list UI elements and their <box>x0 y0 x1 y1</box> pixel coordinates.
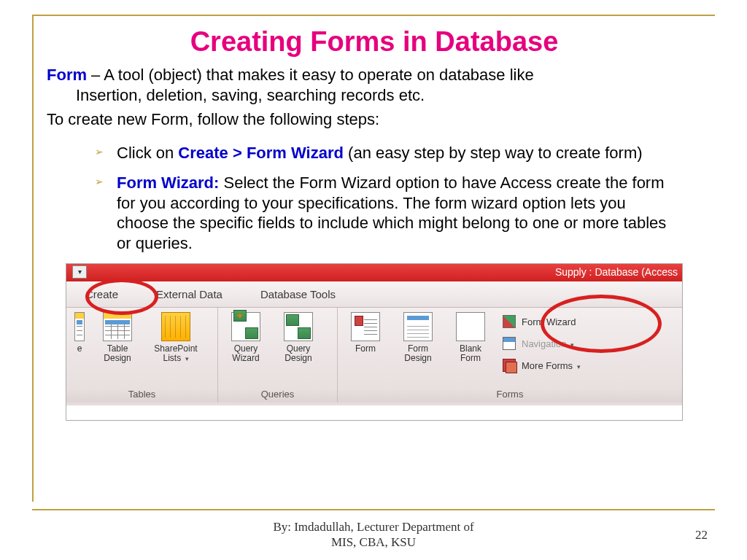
query-wizard-button[interactable]: Query Wizard <box>224 312 268 363</box>
table-icon <box>74 312 85 341</box>
table-design-icon <box>103 312 132 341</box>
form-wizard-button[interactable]: Form Wizard <box>503 314 608 330</box>
query-design-button[interactable]: Query Design <box>276 312 320 363</box>
query-design-label: Query Design <box>276 344 320 363</box>
navigation-icon <box>503 337 516 350</box>
ribbon-group-tables: e Table Design SharePoint Lists ▾ Tables <box>66 308 218 402</box>
tab-external-data[interactable]: External Data <box>137 281 241 308</box>
term-form: Form <box>47 66 87 84</box>
slide-footer: By: Imdadullah, Lecturer Department of M… <box>0 520 747 550</box>
table-design-button[interactable]: Table Design <box>96 312 139 363</box>
definition-paragraph: Form – A tool (object) that makes it eas… <box>47 65 702 105</box>
partial-button[interactable]: e <box>72 312 87 363</box>
instruction-intro: To create new Form, follow the following… <box>47 109 702 130</box>
form-label: Form <box>355 344 376 354</box>
more-forms-icon <box>503 359 516 372</box>
query-design-icon <box>284 312 313 341</box>
navigation-label: Navigation ▾ <box>522 338 574 349</box>
ribbon-tabstrip: Create External Data Database Tools <box>66 281 682 308</box>
group-label-forms: Forms <box>338 389 682 402</box>
table-design-label: Table Design <box>96 344 139 363</box>
group-label-tables: Tables <box>66 389 217 402</box>
page-number: 22 <box>695 528 708 542</box>
sharepoint-lists-button[interactable]: SharePoint Lists ▾ <box>148 312 204 363</box>
quick-access-dropdown-icon[interactable]: ▾ <box>72 265 87 279</box>
forms-side-commands: Form Wizard Navigation ▾ More Forms ▾ <box>498 308 615 373</box>
group-label-queries: Queries <box>218 389 337 402</box>
list-item: Form Wizard: Select the Form Wizard opti… <box>98 173 680 253</box>
chevron-down-icon: ▾ <box>570 341 574 349</box>
form-wizard-icon <box>503 315 516 328</box>
sharepoint-icon <box>161 312 190 341</box>
body-text: Form – A tool (object) that makes it eas… <box>34 65 715 253</box>
form-icon <box>351 312 380 341</box>
page-title: Creating Forms in Database <box>34 26 715 58</box>
form-design-icon <box>403 312 433 341</box>
form-wizard-label: Form Wizard <box>522 316 576 327</box>
bullet1-post: (an easy step by step way to create form… <box>344 144 643 162</box>
chevron-down-icon: ▾ <box>577 363 581 370</box>
ribbon-screenshot: ▾ Supply : Database (Access Create Exter… <box>66 263 683 421</box>
navigation-button[interactable]: Navigation ▾ <box>503 335 608 351</box>
query-wizard-icon <box>231 312 260 341</box>
window-titlebar: ▾ Supply : Database (Access <box>66 264 682 281</box>
bullet2-term: Form Wizard: <box>117 174 219 192</box>
list-item: Click on Create > Form Wizard (an easy s… <box>98 143 680 163</box>
ribbon-body: e Table Design SharePoint Lists ▾ Tables <box>66 308 682 405</box>
definition-text-1: – A tool (object) that makes it easy to … <box>87 66 534 84</box>
definition-text-2: Insertion, deletion, saving, searching r… <box>47 85 702 106</box>
bullet1-menu-path: Create > Form Wizard <box>178 144 344 162</box>
blank-form-icon <box>456 312 485 341</box>
query-wizard-label: Query Wizard <box>224 344 268 363</box>
footer-line-1: By: Imdadullah, Lecturer Department of <box>0 520 747 534</box>
bullet-list: Click on Create > Form Wizard (an easy s… <box>47 143 702 254</box>
form-design-label: Form Design <box>396 344 440 363</box>
ribbon-group-queries: Query Wizard Query Design Queries <box>218 308 338 402</box>
bullet1-pre: Click on <box>117 144 178 162</box>
more-forms-label: More Forms ▾ <box>522 360 581 371</box>
form-design-button[interactable]: Form Design <box>396 312 440 373</box>
footer-line-2: MIS, CBA, KSU <box>0 535 747 550</box>
tab-create[interactable]: Create <box>66 281 137 308</box>
form-button[interactable]: Form <box>344 312 387 373</box>
footer-rule <box>32 509 715 510</box>
slide-frame: Creating Forms in Database Form – A tool… <box>32 15 715 502</box>
partial-label: e <box>77 344 82 354</box>
ribbon-group-forms: Form Form Design Blank Form <box>338 308 682 402</box>
tab-database-tools[interactable]: Database Tools <box>241 281 355 308</box>
sharepoint-label: SharePoint Lists ▾ <box>148 344 204 363</box>
blank-form-label: Blank Form <box>449 344 492 363</box>
window-title-text: Supply : Database (Access <box>555 266 678 278</box>
blank-form-button[interactable]: Blank Form <box>449 312 492 373</box>
chevron-down-icon: ▾ <box>185 355 189 362</box>
more-forms-button[interactable]: More Forms ▾ <box>503 357 608 373</box>
